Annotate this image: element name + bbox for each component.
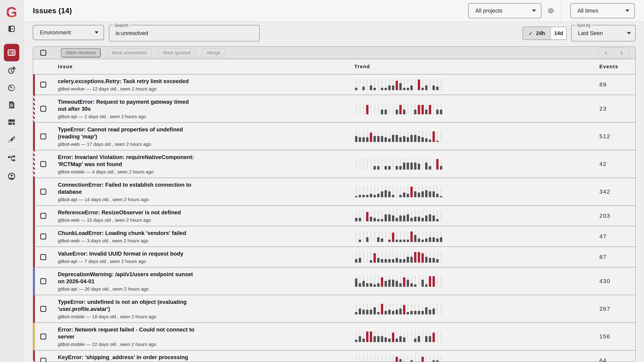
mark-unresolved-button[interactable]: Mark unresolved (107, 48, 152, 57)
rocket-icon (8, 135, 16, 143)
issue-checkbox[interactable] (40, 106, 46, 112)
issue-row[interactable]: DeprecationWarning: /api/v1/users endpoi… (33, 268, 635, 295)
issue-checkbox[interactable] (40, 306, 46, 312)
issue-row[interactable]: ReferenceError: ResizeObserver is not de… (33, 206, 635, 226)
pagination (598, 48, 629, 58)
issue-level-stripe (33, 95, 35, 122)
event-count: 23 (600, 105, 607, 112)
issue-summary: Error: Network request failed - Could no… (58, 323, 197, 350)
event-count: 342 (600, 188, 610, 195)
issue-row[interactable]: ConnectionError: Failed to establish con… (33, 178, 635, 206)
issue-summary: TypeError: Cannot read properties of und… (58, 123, 197, 150)
sidebar-item-toggle[interactable] (4, 24, 20, 34)
sidebar-item-uptime[interactable] (4, 65, 20, 75)
issue-row[interactable]: Error: Network request failed - Could no… (33, 323, 635, 351)
sidebar-item-releases[interactable] (4, 134, 20, 144)
mark-resolved-button[interactable]: Mark resolved (61, 48, 100, 57)
range-24h-button[interactable]: ✓ 24h (523, 27, 551, 39)
issue-checkbox[interactable] (40, 254, 46, 260)
range-14d-button[interactable]: 14d (551, 27, 566, 39)
table-header: Issue Trend Events (33, 59, 635, 74)
chevron-down-icon (627, 32, 631, 34)
issue-checkbox[interactable] (40, 189, 46, 195)
issue-title[interactable]: Error: Network request failed - Could no… (58, 326, 197, 340)
profile-icon (8, 172, 16, 180)
issue-summary: ConnectionError: Failed to establish con… (58, 178, 197, 205)
issue-meta: gitbot-mobile — 4 days old , seen 2 hour… (58, 169, 197, 175)
trend-sparkline (354, 355, 443, 362)
issue-title[interactable]: ReferenceError: ResizeObserver is not de… (58, 209, 197, 216)
time-range-toggle: ✓ 24h 14d (522, 27, 567, 40)
issue-summary: TypeError: undefined is not an object (e… (58, 295, 197, 323)
issue-checkbox[interactable] (40, 278, 46, 284)
issue-level-stripe (33, 74, 35, 95)
settings-button[interactable] (547, 7, 555, 15)
previous-page-button[interactable] (603, 49, 610, 56)
issue-meta: gitbot-mobile — 18 days old , seen 2 hou… (58, 314, 197, 320)
issue-checkbox[interactable] (40, 161, 46, 167)
range-14d-label: 14d (554, 30, 563, 36)
sidebar-item-documents[interactable] (4, 100, 20, 110)
issue-title[interactable]: DeprecationWarning: /api/v1/users endpoi… (58, 271, 197, 285)
time-filter-select[interactable]: All times (570, 3, 635, 18)
event-count: 267 (600, 306, 610, 312)
app-logo[interactable]: G (6, 4, 17, 20)
issue-checkbox[interactable] (40, 133, 46, 139)
next-page-button[interactable] (618, 49, 625, 56)
issue-level-stripe (33, 247, 35, 267)
issue-level-stripe (33, 150, 35, 178)
issue-title[interactable]: TimeoutError: Request to payment gateway… (58, 98, 197, 112)
column-header-issue: Issue (58, 64, 73, 69)
sidebar-item-profile[interactable] (4, 171, 20, 181)
merge-button[interactable]: Merge (202, 48, 225, 57)
issue-title[interactable]: Error: Invariant Violation: requireNativ… (58, 154, 197, 168)
mark-ignored-button[interactable]: Mark ignored (158, 48, 196, 57)
issue-title[interactable]: TypeError: undefined is not an object (e… (58, 299, 197, 313)
issue-row[interactable]: TimeoutError: Request to payment gateway… (33, 95, 635, 123)
issue-meta: gitbot-web — 3 days old , seen 2 hours a… (58, 238, 197, 244)
issue-checkbox[interactable] (40, 358, 46, 362)
environment-select[interactable]: Environment (33, 25, 104, 40)
event-count: 156 (600, 333, 610, 340)
chevron-left-icon (603, 49, 610, 56)
issue-checkbox[interactable] (40, 233, 46, 240)
issue-title[interactable]: KeyError: 'shipping_address' in order pr… (58, 354, 197, 361)
chevron-down-icon (626, 9, 630, 12)
issue-title[interactable]: celery.exceptions.Retry: Task retry limi… (58, 78, 197, 85)
page-title: Issues (14) (33, 6, 72, 15)
issue-row[interactable]: KeyError: 'shipping_address' in order pr… (33, 351, 635, 362)
select-all-checkbox[interactable] (40, 50, 46, 56)
event-count: 64 (600, 357, 607, 362)
sort-by-value: Last Seen (578, 30, 603, 36)
issue-row[interactable]: TypeError: undefined is not an object (e… (33, 295, 635, 323)
issue-row[interactable]: ChunkLoadError: Loading chunk 'vendors' … (33, 226, 635, 247)
sort-by-select[interactable]: Sort by Last Seen (571, 25, 636, 41)
issue-level-stripe (33, 123, 35, 150)
bulk-action-toolbar: Mark resolved Mark unresolved Mark ignor… (33, 47, 635, 59)
column-header-events: Events (600, 64, 618, 69)
issue-title[interactable]: ConnectionError: Failed to establish con… (58, 181, 197, 195)
issue-row[interactable]: ValueError: Invalid UUID format in reque… (33, 247, 635, 268)
issue-title[interactable]: ChunkLoadError: Loading chunk 'vendors' … (58, 230, 197, 237)
issue-checkbox[interactable] (40, 82, 46, 88)
issue-row[interactable]: TypeError: Cannot read properties of und… (33, 123, 635, 150)
issue-row[interactable]: celery.exceptions.Retry: Task retry limi… (33, 74, 635, 95)
issue-summary: ChunkLoadError: Loading chunk 'vendors' … (58, 226, 197, 247)
sort-by-label: Sort by (575, 23, 592, 28)
issue-summary: Error: Invariant Violation: requireNativ… (58, 150, 197, 178)
sidebar-item-organization[interactable] (4, 154, 20, 164)
sidebar-item-performance[interactable] (4, 82, 20, 92)
issue-checkbox[interactable] (40, 213, 46, 219)
sidebar-item-issues[interactable] (4, 44, 19, 61)
trend-sparkline (354, 303, 443, 314)
chevron-right-icon (618, 49, 625, 56)
project-filter-select[interactable]: All projects (468, 3, 541, 18)
issue-title[interactable]: TypeError: Cannot read properties of und… (58, 126, 197, 140)
issue-checkbox[interactable] (40, 334, 46, 340)
issue-title[interactable]: ValueError: Invalid UUID format in reque… (58, 250, 197, 257)
issue-row[interactable]: Error: Invariant Violation: requireNativ… (33, 150, 635, 178)
sidebar-item-dashboards[interactable] (4, 117, 20, 127)
issue-summary: TimeoutError: Request to payment gateway… (58, 95, 197, 122)
time-filter-value: All times (578, 7, 598, 14)
search-input[interactable]: Search is:unresolved (109, 25, 260, 41)
